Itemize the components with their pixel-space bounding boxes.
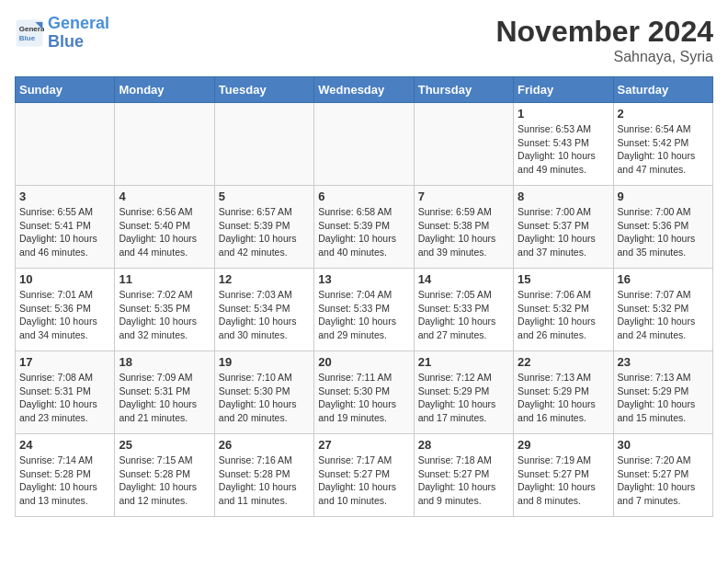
calendar-table: SundayMondayTuesdayWednesdayThursdayFrid… — [15, 76, 713, 517]
day-info: Sunrise: 7:12 AM Sunset: 5:29 PM Dayligh… — [418, 371, 509, 425]
day-info: Sunrise: 7:00 AM Sunset: 5:37 PM Dayligh… — [518, 205, 609, 259]
day-number: 3 — [19, 190, 110, 203]
calendar-cell: 12Sunrise: 7:03 AM Sunset: 5:34 PM Dayli… — [214, 269, 313, 351]
day-info: Sunrise: 7:08 AM Sunset: 5:31 PM Dayligh… — [19, 371, 110, 425]
week-row-4: 17Sunrise: 7:08 AM Sunset: 5:31 PM Dayli… — [16, 351, 713, 434]
calendar-cell: 3Sunrise: 6:55 AM Sunset: 5:41 PM Daylig… — [16, 186, 115, 269]
day-info: Sunrise: 7:00 AM Sunset: 5:36 PM Dayligh… — [618, 205, 709, 259]
day-info: Sunrise: 7:13 AM Sunset: 5:29 PM Dayligh… — [618, 371, 709, 425]
day-info: Sunrise: 7:18 AM Sunset: 5:27 PM Dayligh… — [418, 454, 509, 508]
day-number: 30 — [618, 438, 709, 452]
day-info: Sunrise: 7:14 AM Sunset: 5:28 PM Dayligh… — [19, 454, 110, 508]
day-number: 15 — [518, 272, 609, 286]
calendar-cell: 7Sunrise: 6:59 AM Sunset: 5:38 PM Daylig… — [414, 186, 513, 269]
weekday-header-wednesday: Wednesday — [314, 77, 414, 103]
calendar-cell: 20Sunrise: 7:11 AM Sunset: 5:30 PM Dayli… — [314, 351, 414, 434]
day-info: Sunrise: 7:05 AM Sunset: 5:33 PM Dayligh… — [418, 288, 509, 342]
day-number: 8 — [518, 190, 609, 203]
calendar-cell — [214, 103, 313, 186]
calendar-cell: 10Sunrise: 7:01 AM Sunset: 5:36 PM Dayli… — [16, 269, 115, 351]
weekday-header-tuesday: Tuesday — [214, 77, 313, 103]
day-info: Sunrise: 6:57 AM Sunset: 5:39 PM Dayligh… — [219, 205, 310, 259]
day-info: Sunrise: 6:55 AM Sunset: 5:41 PM Dayligh… — [19, 205, 110, 259]
day-number: 28 — [418, 438, 509, 452]
calendar-cell: 11Sunrise: 7:02 AM Sunset: 5:35 PM Dayli… — [115, 269, 214, 351]
calendar-cell: 30Sunrise: 7:20 AM Sunset: 5:27 PM Dayli… — [613, 434, 712, 517]
calendar-cell: 1Sunrise: 6:53 AM Sunset: 5:43 PM Daylig… — [514, 103, 613, 186]
day-number: 12 — [219, 272, 310, 286]
calendar-cell: 6Sunrise: 6:58 AM Sunset: 5:39 PM Daylig… — [314, 186, 414, 269]
calendar-cell: 17Sunrise: 7:08 AM Sunset: 5:31 PM Dayli… — [16, 351, 115, 434]
day-info: Sunrise: 7:15 AM Sunset: 5:28 PM Dayligh… — [119, 454, 210, 508]
calendar-cell — [115, 103, 214, 186]
day-number: 16 — [618, 272, 709, 286]
calendar-cell: 21Sunrise: 7:12 AM Sunset: 5:29 PM Dayli… — [414, 351, 513, 434]
day-info: Sunrise: 6:59 AM Sunset: 5:38 PM Dayligh… — [418, 205, 509, 259]
day-info: Sunrise: 7:20 AM Sunset: 5:27 PM Dayligh… — [618, 454, 709, 508]
day-info: Sunrise: 7:16 AM Sunset: 5:28 PM Dayligh… — [219, 454, 310, 508]
day-info: Sunrise: 7:10 AM Sunset: 5:30 PM Dayligh… — [219, 371, 310, 425]
logo: General Blue GeneralBlue — [15, 15, 109, 52]
day-number: 6 — [318, 190, 409, 203]
weekday-header-saturday: Saturday — [613, 77, 712, 103]
day-number: 25 — [119, 438, 210, 452]
calendar-cell: 14Sunrise: 7:05 AM Sunset: 5:33 PM Dayli… — [414, 269, 513, 351]
calendar-cell: 25Sunrise: 7:15 AM Sunset: 5:28 PM Dayli… — [115, 434, 214, 517]
day-number: 13 — [318, 272, 409, 286]
calendar-cell: 18Sunrise: 7:09 AM Sunset: 5:31 PM Dayli… — [115, 351, 214, 434]
day-number: 27 — [318, 438, 409, 452]
day-info: Sunrise: 7:02 AM Sunset: 5:35 PM Dayligh… — [119, 288, 210, 342]
weekday-header-friday: Friday — [514, 77, 613, 103]
svg-text:Blue: Blue — [19, 34, 36, 42]
day-info: Sunrise: 7:01 AM Sunset: 5:36 PM Dayligh… — [19, 288, 110, 342]
calendar-cell — [16, 103, 115, 186]
calendar-cell: 9Sunrise: 7:00 AM Sunset: 5:36 PM Daylig… — [613, 186, 712, 269]
day-info: Sunrise: 7:11 AM Sunset: 5:30 PM Dayligh… — [318, 371, 409, 425]
day-number: 5 — [219, 190, 310, 203]
weekday-header-sunday: Sunday — [16, 77, 115, 103]
location: Sahnaya, Syria — [495, 49, 713, 65]
weekday-header-row: SundayMondayTuesdayWednesdayThursdayFrid… — [16, 77, 713, 103]
month-title: November 2024 — [495, 15, 713, 49]
calendar-cell: 24Sunrise: 7:14 AM Sunset: 5:28 PM Dayli… — [16, 434, 115, 517]
day-number: 4 — [119, 190, 210, 203]
day-info: Sunrise: 6:54 AM Sunset: 5:42 PM Dayligh… — [618, 122, 709, 177]
day-number: 14 — [418, 272, 509, 286]
day-number: 23 — [618, 355, 709, 369]
day-info: Sunrise: 6:53 AM Sunset: 5:43 PM Dayligh… — [518, 122, 609, 177]
day-number: 20 — [318, 355, 409, 369]
week-row-1: 1Sunrise: 6:53 AM Sunset: 5:43 PM Daylig… — [16, 103, 713, 186]
week-row-2: 3Sunrise: 6:55 AM Sunset: 5:41 PM Daylig… — [16, 186, 713, 269]
calendar-cell — [414, 103, 513, 186]
day-info: Sunrise: 7:19 AM Sunset: 5:27 PM Dayligh… — [518, 454, 609, 508]
calendar-cell: 16Sunrise: 7:07 AM Sunset: 5:32 PM Dayli… — [613, 269, 712, 351]
day-number: 17 — [19, 355, 110, 369]
day-info: Sunrise: 7:17 AM Sunset: 5:27 PM Dayligh… — [318, 454, 409, 508]
calendar-cell: 8Sunrise: 7:00 AM Sunset: 5:37 PM Daylig… — [514, 186, 613, 269]
calendar-cell: 29Sunrise: 7:19 AM Sunset: 5:27 PM Dayli… — [514, 434, 613, 517]
day-number: 7 — [418, 190, 509, 203]
day-info: Sunrise: 7:04 AM Sunset: 5:33 PM Dayligh… — [318, 288, 409, 342]
day-info: Sunrise: 7:06 AM Sunset: 5:32 PM Dayligh… — [518, 288, 609, 342]
week-row-5: 24Sunrise: 7:14 AM Sunset: 5:28 PM Dayli… — [16, 434, 713, 517]
calendar-cell: 2Sunrise: 6:54 AM Sunset: 5:42 PM Daylig… — [613, 103, 712, 186]
calendar-cell: 23Sunrise: 7:13 AM Sunset: 5:29 PM Dayli… — [613, 351, 712, 434]
day-number: 11 — [119, 272, 210, 286]
weekday-header-thursday: Thursday — [414, 77, 513, 103]
day-number: 26 — [219, 438, 310, 452]
calendar-cell: 28Sunrise: 7:18 AM Sunset: 5:27 PM Dayli… — [414, 434, 513, 517]
day-number: 24 — [19, 438, 110, 452]
day-number: 10 — [19, 272, 110, 286]
calendar-cell: 15Sunrise: 7:06 AM Sunset: 5:32 PM Dayli… — [514, 269, 613, 351]
calendar-cell — [314, 103, 414, 186]
weekday-header-monday: Monday — [115, 77, 214, 103]
calendar-cell: 27Sunrise: 7:17 AM Sunset: 5:27 PM Dayli… — [314, 434, 414, 517]
header: General Blue GeneralBlue November 2024 S… — [15, 15, 713, 65]
calendar-cell: 26Sunrise: 7:16 AM Sunset: 5:28 PM Dayli… — [214, 434, 313, 517]
calendar-cell: 4Sunrise: 6:56 AM Sunset: 5:40 PM Daylig… — [115, 186, 214, 269]
logo-text: GeneralBlue — [48, 15, 109, 52]
calendar-cell: 22Sunrise: 7:13 AM Sunset: 5:29 PM Dayli… — [514, 351, 613, 434]
calendar-cell: 13Sunrise: 7:04 AM Sunset: 5:33 PM Dayli… — [314, 269, 414, 351]
day-info: Sunrise: 7:07 AM Sunset: 5:32 PM Dayligh… — [618, 288, 709, 342]
day-number: 19 — [219, 355, 310, 369]
